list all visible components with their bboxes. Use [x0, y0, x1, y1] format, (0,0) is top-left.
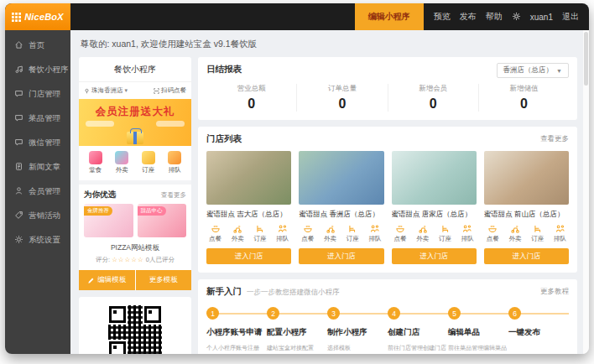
- logo-text: NiceBoX: [24, 12, 64, 22]
- picks-title: 为你优选: [84, 190, 116, 200]
- edit-template-button[interactable]: 编辑模板: [79, 270, 135, 290]
- store-action-takeout[interactable]: 外卖: [232, 224, 244, 243]
- sidebar-item-news-articles[interactable]: 新闻文章: [5, 155, 70, 179]
- settings-gear-icon[interactable]: [512, 12, 521, 23]
- chat-bubble-icon: [14, 138, 23, 148]
- store-action-order[interactable]: 点餐: [301, 224, 314, 243]
- guide-step-5: 5 编辑单品 前往菜品管理编辑菜品: [448, 307, 508, 354]
- store-action-reserve[interactable]: 订座: [346, 224, 359, 243]
- pick-item-photo[interactable]: 甜品中心: [138, 204, 187, 237]
- stat-revenue: 营业总额 0: [206, 84, 296, 112]
- seat-icon: [440, 224, 451, 234]
- step-number: 4: [388, 307, 400, 320]
- sidebar-item-member-management[interactable]: 会员管理: [5, 179, 70, 204]
- guide-step-4: 4 创建门店 前往门店管理创建门店: [388, 307, 448, 354]
- sidebar-item-wechat-management[interactable]: 微信管理: [5, 131, 70, 155]
- store-action-queue[interactable]: 排队: [554, 224, 566, 243]
- store-action-reserve[interactable]: 订座: [254, 224, 267, 243]
- people-icon: [370, 224, 380, 234]
- store-photo[interactable]: [299, 151, 383, 205]
- pick-badge: 甜品中心: [138, 206, 166, 216]
- store-name: 蜜语甜点 吉大店（总店）: [206, 210, 291, 220]
- store-action-reserve[interactable]: 订座: [439, 224, 451, 243]
- store-action-order[interactable]: 点餐: [487, 224, 499, 243]
- sidebar-item-marketing[interactable]: 营销活动: [5, 204, 70, 228]
- topbar: NiceBoX 编辑小程序 预览 发布 帮助 xuan1 退出: [5, 3, 589, 30]
- people-icon: [462, 224, 472, 234]
- tag-icon: [14, 211, 23, 221]
- qr-code: [108, 305, 162, 354]
- more-tutorials-link[interactable]: 更多教程: [540, 287, 569, 297]
- scan-order-button[interactable]: 扫码点餐: [154, 86, 186, 95]
- store-action-order[interactable]: 点餐: [209, 224, 221, 243]
- note-icon: [14, 65, 23, 75]
- store-photo[interactable]: [484, 151, 569, 205]
- store-action-reserve[interactable]: 订座: [531, 224, 544, 243]
- guide-stepper: 1 小程序账号申请 个人小程序账号注册 企业小程序账号注册、认证 微信公众号注册…: [206, 307, 569, 354]
- guide-subtitle: 一步一步教您搭建微信小程序: [247, 288, 340, 298]
- store-photo[interactable]: [206, 151, 291, 205]
- guide-step-item[interactable]: 建站宝盒对接配置: [267, 342, 327, 354]
- phone-nav-reserve[interactable]: 订座: [142, 151, 155, 174]
- phone-preview-column: 餐饮小程序 珠海香洲店 ▾ 扫码点餐: [79, 57, 191, 354]
- step-number: 6: [508, 307, 521, 320]
- sidebar-item-store-management[interactable]: 门店管理: [5, 82, 70, 107]
- scooter-icon: [232, 224, 242, 234]
- store-action-queue[interactable]: 排队: [369, 224, 382, 243]
- edit-miniprogram-button[interactable]: 编辑小程序: [355, 3, 424, 30]
- scooter-icon: [326, 224, 336, 234]
- publish-link[interactable]: 发布: [460, 11, 477, 23]
- guide-step-item[interactable]: 前往门店管理创建门店: [388, 342, 448, 354]
- phone-nav-takeout[interactable]: 外卖: [115, 151, 128, 174]
- sidebar-item-home[interactable]: 首页: [5, 34, 70, 58]
- store-list-more-link[interactable]: 查看更多: [540, 134, 569, 144]
- store-action-takeout[interactable]: 外卖: [509, 224, 522, 243]
- enter-store-button[interactable]: 进入门店: [299, 248, 383, 264]
- help-link[interactable]: 帮助: [486, 11, 503, 23]
- scrollbar[interactable]: [583, 30, 589, 354]
- guide-step-item[interactable]: 选择模板: [327, 342, 388, 354]
- stat-new-stored-value: 新增储值 0: [478, 84, 569, 112]
- preview-link[interactable]: 预览: [434, 11, 451, 23]
- store-card: 蜜语甜点 唐家店（总店） 点餐 外卖 订座 排队 进入门店: [392, 151, 477, 264]
- store-filter-dropdown[interactable]: 香洲店（总店） ▼: [497, 63, 569, 78]
- username[interactable]: xuan1: [530, 13, 553, 22]
- store-action-queue[interactable]: 排队: [276, 224, 289, 243]
- stat-orders: 订单总量 0: [296, 84, 387, 112]
- store-action-order[interactable]: 点餐: [394, 224, 407, 243]
- guide-step-item[interactable]: 前往菜品管理编辑菜品: [448, 342, 508, 354]
- store-action-takeout[interactable]: 外卖: [324, 224, 336, 243]
- sidebar-item-dish-management[interactable]: 菜品管理: [5, 107, 70, 131]
- promo-banner-title: 会员注册送大礼: [79, 105, 191, 119]
- more-templates-button[interactable]: 更多模板: [136, 270, 192, 290]
- welcome-text: 尊敬的: xuan1, 欢迎使用建站宝盒 v9.1餐饮版: [81, 39, 577, 50]
- pencil-icon: [87, 277, 95, 284]
- guide-step-item[interactable]: 个人小程序账号注册: [206, 342, 267, 354]
- pick-item-photo[interactable]: 金牌推荐: [84, 204, 133, 237]
- step-number: 5: [448, 307, 461, 320]
- scrollbar-thumb[interactable]: [584, 32, 588, 86]
- promo-banner[interactable]: 会员注册送大礼: [79, 99, 191, 146]
- enter-store-button[interactable]: 进入门店: [392, 248, 477, 264]
- logo[interactable]: NiceBoX: [5, 3, 70, 30]
- picks-more-link[interactable]: 查看更多: [161, 191, 186, 200]
- enter-store-button[interactable]: 进入门店: [484, 248, 569, 264]
- gift-illustration: [127, 132, 143, 144]
- scooter-icon: [510, 224, 520, 234]
- takeout-icon: [115, 151, 128, 164]
- store-list-title: 门店列表: [206, 133, 242, 145]
- enter-store-button[interactable]: 进入门店: [206, 248, 291, 264]
- gear-icon: [14, 235, 23, 246]
- app-window: NiceBoX 编辑小程序 预览 发布 帮助 xuan1 退出 首页 餐饮小程序: [5, 3, 589, 354]
- store-photo[interactable]: [392, 151, 477, 205]
- logout-link[interactable]: 退出: [562, 11, 579, 23]
- phone-nav-dine-in[interactable]: 堂食: [89, 151, 102, 174]
- store-action-takeout[interactable]: 外卖: [416, 224, 429, 243]
- sidebar-item-restaurant-miniprogram[interactable]: 餐饮小程序: [5, 58, 70, 82]
- sidebar-item-system-settings[interactable]: 系统设置: [5, 228, 70, 252]
- store-location-selector[interactable]: 珠海香洲店 ▾: [84, 86, 128, 95]
- phone-nav-queue[interactable]: 排队: [168, 151, 181, 174]
- store-action-queue[interactable]: 排队: [461, 224, 474, 243]
- reserve-icon: [142, 151, 155, 164]
- daily-report-card: 日结报表 香洲店（总店） ▼ 营业总额 0 订单总量: [198, 57, 577, 120]
